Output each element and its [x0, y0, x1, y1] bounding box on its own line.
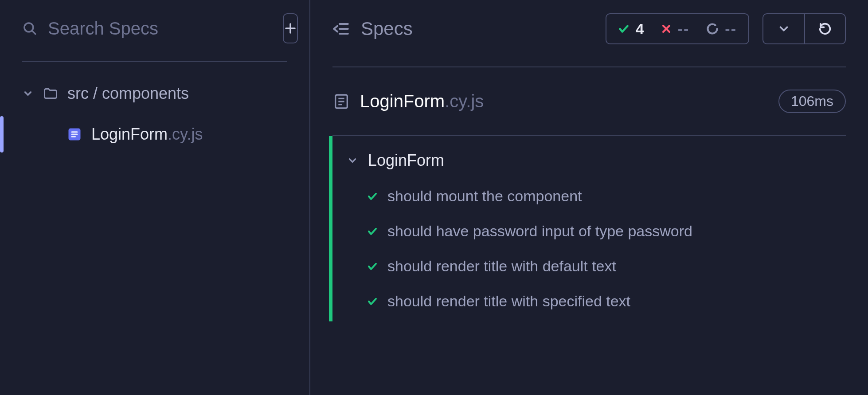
chevron-down-icon — [347, 155, 358, 166]
pending-icon — [706, 23, 719, 35]
expand-button[interactable] — [763, 14, 804, 43]
stat-passed: 4 — [618, 20, 644, 38]
results-panel: LoginForm should mount the component sho… — [329, 136, 846, 321]
svg-line-1 — [32, 31, 35, 34]
active-spec-indicator — [0, 116, 4, 153]
suite-name: LoginForm — [368, 151, 444, 170]
test-title: should have password input of type passw… — [387, 223, 692, 240]
test-stats: 4 -- — [606, 13, 749, 44]
spec-file-icon — [66, 126, 82, 142]
suite-row[interactable]: LoginForm — [332, 139, 846, 179]
reload-icon — [818, 22, 832, 35]
check-icon — [367, 226, 378, 237]
spec-file-item[interactable]: LoginForm.cy.js — [22, 116, 287, 153]
test-title: should render title with default text — [387, 258, 616, 275]
svg-rect-5 — [71, 131, 78, 133]
test-row[interactable]: should render title with specified text — [332, 284, 846, 319]
new-spec-button[interactable] — [283, 13, 298, 43]
chevron-down-icon — [777, 22, 790, 35]
test-row[interactable]: should render title with default text — [332, 249, 846, 284]
rerun-button[interactable] — [804, 14, 845, 43]
specs-sidebar: src / components LoginForm.cy.js — [0, 0, 310, 395]
folder-row[interactable]: src / components — [22, 80, 287, 116]
running-spec-ext: .cy.js — [445, 91, 484, 111]
check-icon — [618, 23, 629, 35]
search-specs-input[interactable] — [48, 19, 272, 39]
page-title: Specs — [361, 18, 413, 39]
test-title: should render title with specified text — [387, 293, 630, 310]
chevron-down-icon — [22, 88, 34, 99]
spec-file-name: LoginForm — [91, 125, 168, 143]
stat-failed: -- — [661, 20, 690, 38]
svg-rect-6 — [71, 134, 78, 135]
document-icon — [332, 93, 350, 110]
x-icon — [661, 23, 672, 34]
folder-icon — [43, 86, 59, 102]
check-icon — [367, 261, 378, 272]
test-row[interactable]: should have password input of type passw… — [332, 214, 846, 249]
folder-path: src / components — [67, 84, 189, 103]
search-icon — [22, 21, 37, 36]
stat-passed-count: 4 — [636, 20, 644, 38]
spec-header: LoginForm.cy.js 106ms — [332, 67, 846, 136]
test-row[interactable]: should mount the component — [332, 179, 846, 214]
stat-pending: -- — [706, 20, 737, 38]
svg-rect-7 — [71, 136, 76, 137]
stat-failed-count: -- — [678, 20, 690, 38]
check-icon — [367, 296, 378, 307]
search-wrap — [22, 19, 272, 39]
check-icon — [367, 191, 378, 202]
runner-main: Specs 4 — [310, 0, 868, 395]
spec-file-ext: .cy.js — [168, 125, 203, 143]
back-specs-icon[interactable] — [332, 20, 349, 37]
test-title: should mount the component — [387, 188, 582, 205]
plus-icon — [284, 22, 297, 35]
running-spec-name: LoginForm — [360, 91, 445, 111]
stat-pending-count: -- — [725, 20, 737, 38]
duration-badge: 106ms — [778, 90, 846, 113]
